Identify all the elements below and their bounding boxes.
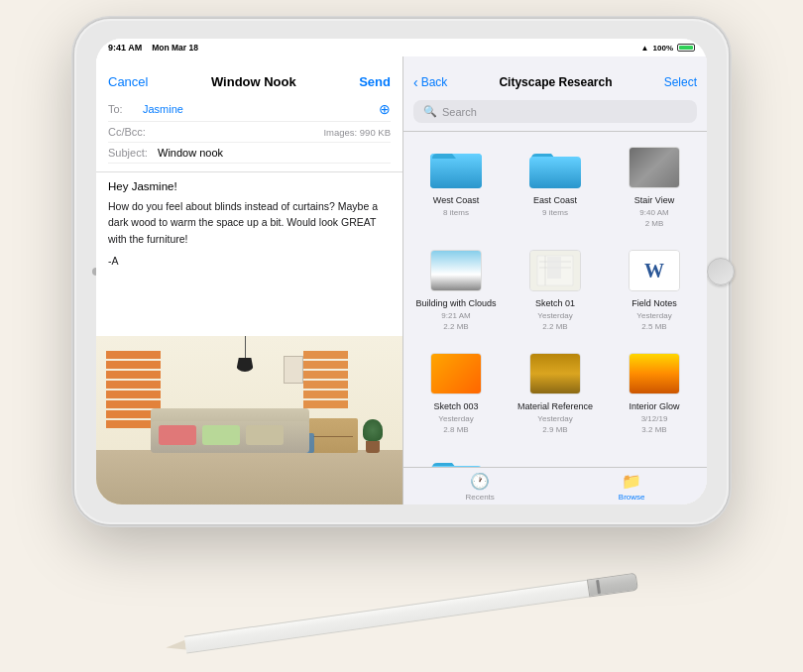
room-cabinet bbox=[308, 418, 358, 453]
home-button[interactable] bbox=[707, 258, 735, 285]
file-size: 2.8 MB bbox=[443, 424, 468, 435]
svg-rect-3 bbox=[529, 157, 581, 188]
mail-panel: Cancel Window Nook Send To: Jasmine ⊕ Cc… bbox=[96, 39, 403, 504]
apple-pencil bbox=[165, 571, 638, 659]
file-meta: 8 items bbox=[443, 207, 469, 218]
pencil-cap bbox=[587, 573, 638, 598]
file-size: 2.2 MB bbox=[443, 321, 468, 332]
tab-recents-label: Recents bbox=[465, 493, 494, 502]
room-plant bbox=[363, 419, 383, 453]
list-item[interactable]: Sketch 003 Yesterday 2.8 MB bbox=[409, 344, 503, 441]
file-name: Material Reference bbox=[517, 401, 593, 413]
mail-subject-value[interactable]: Window nook bbox=[158, 147, 223, 159]
file-meta: Yesterday bbox=[537, 310, 572, 321]
files-nav-row: ‹ Back Cityscape Research Select bbox=[403, 56, 707, 96]
file-thumb-interiorglow bbox=[627, 350, 682, 397]
file-name: Interior Glow bbox=[629, 401, 679, 413]
files-header: ‹ Back Cityscape Research Select 🔍 Searc… bbox=[403, 56, 707, 132]
room-pendant-light bbox=[234, 336, 256, 372]
file-size: 2 MB bbox=[645, 218, 664, 229]
status-time: 9:41 AM bbox=[108, 43, 142, 53]
files-grid: West Coast 8 items bbox=[403, 132, 707, 467]
mail-cc-label: Cc/Bcc: bbox=[108, 126, 143, 138]
file-size: 3.2 MB bbox=[641, 424, 666, 435]
svg-rect-8 bbox=[547, 257, 561, 279]
status-bar: 9:41 AM Mon Mar 18 ▲ 100% bbox=[96, 39, 707, 56]
file-thumb-sketch003 bbox=[428, 350, 484, 397]
file-thumb-material bbox=[527, 350, 583, 397]
file-thumb-stair bbox=[627, 144, 682, 191]
mail-images-meta: Images: 990 KB bbox=[323, 127, 391, 138]
ipad-device: 9:41 AM Mon Mar 18 ▲ 100% Cance bbox=[74, 19, 729, 524]
file-meta: Yesterday bbox=[636, 310, 671, 321]
list-item[interactable] bbox=[409, 447, 503, 467]
tab-browse[interactable]: 📁 Browse bbox=[619, 472, 645, 502]
mail-add-recipient-icon[interactable]: ⊕ bbox=[379, 101, 391, 117]
list-item[interactable]: Sketch 01 Yesterday 2.2 MB bbox=[509, 241, 602, 338]
file-thumb-fieldnotes: W bbox=[627, 247, 682, 294]
file-name: Sketch 01 bbox=[535, 298, 575, 310]
browse-icon: 📁 bbox=[622, 472, 641, 491]
mail-cc-row: Cc/Bcc: Images: 990 KB bbox=[108, 122, 391, 143]
list-item[interactable]: East Coast 9 items bbox=[509, 138, 602, 235]
list-item[interactable]: West Coast 8 items bbox=[409, 138, 503, 235]
folder-icon-extra bbox=[428, 453, 484, 467]
list-item[interactable]: Material Reference Yesterday 2.9 MB bbox=[509, 344, 602, 441]
file-thumb-sketch01 bbox=[527, 247, 583, 294]
mail-subject-row: Subject: Window nook bbox=[108, 143, 391, 164]
file-name: Building with Clouds bbox=[415, 298, 496, 310]
mail-to-label: To: bbox=[108, 103, 143, 115]
status-date: Mon Mar 18 bbox=[152, 43, 198, 53]
mail-window-title: Window Nook bbox=[211, 74, 296, 89]
mail-body-paragraph: How do you feel about blinds instead of … bbox=[108, 198, 391, 247]
chevron-left-icon: ‹ bbox=[413, 74, 418, 90]
search-placeholder: Search bbox=[442, 106, 477, 118]
files-select-button[interactable]: Select bbox=[664, 75, 697, 89]
tab-recents[interactable]: 🕐 Recents bbox=[465, 472, 494, 502]
files-tabbar: 🕐 Recents 📁 Browse bbox=[403, 467, 707, 504]
mail-to-value[interactable]: Jasmine bbox=[143, 103, 379, 115]
file-size: 2.5 MB bbox=[641, 321, 666, 332]
mail-header: Cancel Window Nook Send To: Jasmine ⊕ Cc… bbox=[96, 56, 402, 172]
files-back-label: Back bbox=[421, 75, 448, 89]
room-artwork bbox=[284, 356, 303, 384]
mail-send-button[interactable]: Send bbox=[359, 74, 391, 89]
list-item[interactable]: Building with Clouds 9:21 AM 2.2 MB bbox=[409, 241, 503, 338]
file-meta: 9:21 AM bbox=[441, 310, 470, 321]
file-name: East Coast bbox=[533, 195, 577, 207]
folder-icon-east-coast bbox=[527, 144, 583, 191]
svg-rect-1 bbox=[430, 154, 482, 188]
file-meta: Yesterday bbox=[438, 413, 473, 424]
mail-nav-row: Cancel Window Nook Send bbox=[108, 74, 391, 89]
file-size: 2.9 MB bbox=[542, 424, 567, 435]
mail-greeting: Hey Jasmine! bbox=[108, 180, 391, 192]
pencil-body bbox=[184, 580, 590, 654]
room-sofa bbox=[151, 408, 309, 453]
files-folder-title: Cityscape Research bbox=[499, 75, 612, 89]
file-meta: 3/12/19 bbox=[641, 413, 668, 424]
mail-subject-label: Subject: bbox=[108, 147, 158, 159]
file-meta: 9:40 AM bbox=[639, 207, 668, 218]
mail-cancel-button[interactable]: Cancel bbox=[108, 74, 148, 89]
file-size: 2.2 MB bbox=[542, 321, 567, 332]
file-thumb-clouds bbox=[428, 247, 484, 294]
room-floor bbox=[96, 450, 402, 504]
battery-bar bbox=[677, 44, 695, 52]
list-item[interactable]: W Field Notes Yesterday 2.5 MB bbox=[608, 241, 701, 338]
mail-body[interactable]: Hey Jasmine! How do you feel about blind… bbox=[96, 172, 402, 336]
mail-to-row: To: Jasmine ⊕ bbox=[108, 97, 391, 122]
list-item[interactable]: Stair View 9:40 AM 2 MB bbox=[608, 138, 701, 235]
pencil-tip bbox=[166, 640, 186, 653]
battery-icon: 100% bbox=[653, 44, 673, 53]
ipad-screen: 9:41 AM Mon Mar 18 ▲ 100% Cance bbox=[96, 39, 707, 504]
list-item[interactable]: Interior Glow 3/12/19 3.2 MB bbox=[608, 344, 701, 441]
wifi-icon: ▲ bbox=[641, 44, 649, 53]
files-back-button[interactable]: ‹ Back bbox=[413, 74, 447, 90]
mail-signature: -A bbox=[108, 255, 391, 267]
files-search-bar[interactable]: 🔍 Search bbox=[413, 100, 697, 123]
file-name: Field Notes bbox=[631, 298, 677, 310]
folder-icon-west-coast bbox=[428, 144, 484, 191]
file-name: Stair View bbox=[634, 195, 674, 207]
scene: 9:41 AM Mon Mar 18 ▲ 100% Cance bbox=[15, 19, 788, 653]
files-panel: ‹ Back Cityscape Research Select 🔍 Searc… bbox=[403, 39, 707, 504]
